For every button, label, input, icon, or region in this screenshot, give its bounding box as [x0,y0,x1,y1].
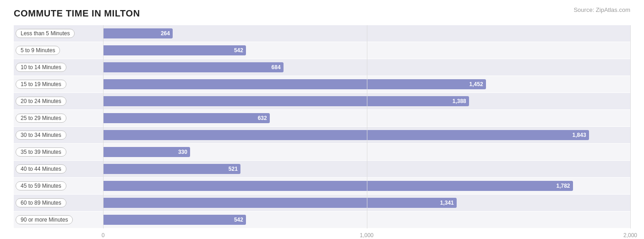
bar-label: 45 to 59 Minutes [14,181,103,190]
bar-row: 10 to 14 Minutes684 [14,59,630,76]
bar-value: 542 [234,47,243,54]
bar: 542 [103,45,246,55]
bar-label: 30 to 34 Minutes [14,130,103,140]
bar-row: 40 to 44 Minutes521 [14,161,630,177]
x-axis-tick: 0 [102,232,105,239]
bar-label: 90 or more Minutes [14,215,103,224]
x-grid-line [630,25,631,228]
source-text: Source: ZipAtlas.com [573,6,630,13]
bar-row: 90 or more Minutes542 [14,212,630,228]
x-grid-line [367,25,367,228]
bar-row: 20 to 24 Minutes1,388 [14,93,630,109]
bar-row: 30 to 34 Minutes1,843 [14,127,630,143]
bar-row: 60 to 89 Minutes1,341 [14,195,630,211]
bar-value: 264 [161,30,170,37]
bar-label: 10 to 14 Minutes [14,63,103,72]
bar-row: 25 to 29 Minutes632 [14,110,630,126]
bar: 1,341 [103,198,457,208]
bar: 684 [103,62,284,72]
bar: 632 [103,113,270,123]
bar: 521 [103,164,240,174]
bar-label: 60 to 89 Minutes [14,198,103,207]
bar-label: Less than 5 Minutes [14,29,103,38]
bar-value: 632 [258,115,267,121]
bar-row: 45 to 59 Minutes1,782 [14,178,630,194]
bar: 1,843 [103,130,589,140]
x-axis-tick: 2,000 [623,232,637,239]
bar-value: 521 [229,166,238,172]
bar-value: 1,782 [557,183,570,189]
bar: 1,388 [103,96,469,106]
bar-label: 5 to 9 Minutes [14,46,103,55]
bar-value: 684 [272,64,281,71]
bar-value: 542 [234,217,243,223]
x-axis-tick: 1,000 [360,232,373,239]
x-grid-line [103,25,104,228]
bar-value: 330 [178,149,187,155]
bar: 1,452 [103,79,486,89]
bar-label: 15 to 19 Minutes [14,80,103,89]
bar: 542 [103,215,246,225]
bar-label: 40 to 44 Minutes [14,164,103,174]
chart-container: COMMUTE TIME IN MILTON Source: ZipAtlas.… [0,0,644,239]
chart-title: COMMUTE TIME IN MILTON [14,8,630,19]
bar-label: 25 to 29 Minutes [14,114,103,123]
bar-label: 35 to 39 Minutes [14,147,103,157]
bar-value: 1,452 [469,81,483,87]
bar-value: 1,388 [453,98,466,104]
bar-row: 15 to 19 Minutes1,452 [14,76,630,92]
bar: 264 [103,28,173,38]
bar-value: 1,341 [440,200,454,206]
bar-row: Less than 5 Minutes264 [14,25,630,42]
bar-value: 1,843 [573,132,586,138]
bars-area: Less than 5 Minutes2645 to 9 Minutes5421… [14,25,630,206]
bar: 1,782 [103,181,573,191]
bar-row: 5 to 9 Minutes542 [14,42,630,59]
bar-row: 35 to 39 Minutes330 [14,144,630,160]
bar: 330 [103,147,190,157]
bar-label: 20 to 24 Minutes [14,97,103,106]
